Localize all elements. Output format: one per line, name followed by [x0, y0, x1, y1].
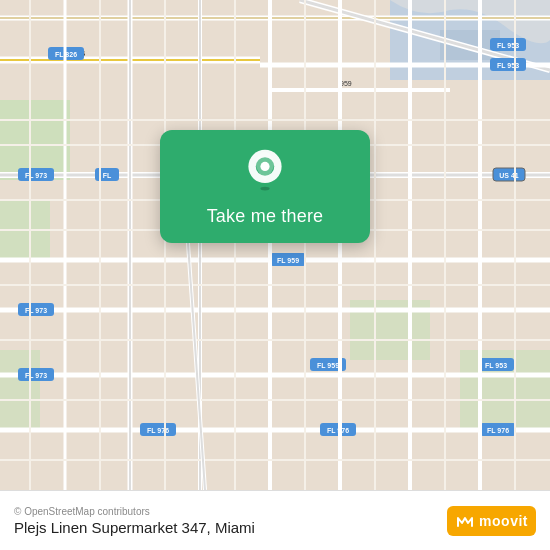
bottom-bar: © OpenStreetMap contributors Plejs Linen…	[0, 490, 550, 550]
map-container: FL 826 FL 826 FL 953 FL 953 959 FL 973 F…	[0, 0, 550, 490]
moovit-icon	[455, 511, 475, 531]
svg-text:FL: FL	[103, 172, 112, 179]
svg-text:FL 953: FL 953	[485, 362, 507, 369]
svg-text:FL 976: FL 976	[487, 427, 509, 434]
map-attribution: © OpenStreetMap contributors	[14, 506, 255, 517]
svg-text:FL 973: FL 973	[25, 307, 47, 314]
take-me-there-button[interactable]: Take me there	[207, 206, 324, 227]
moovit-logo[interactable]: moovit	[447, 506, 536, 536]
moovit-brand-text: moovit	[479, 513, 528, 529]
svg-point-82	[260, 187, 269, 191]
navigation-card[interactable]: Take me there	[160, 130, 370, 243]
map-background: FL 826 FL 826 FL 953 FL 953 959 FL 973 F…	[0, 0, 550, 490]
svg-rect-7	[0, 350, 40, 430]
location-pin-icon	[241, 148, 289, 196]
svg-text:FL 959: FL 959	[317, 362, 339, 369]
location-info: © OpenStreetMap contributors Plejs Linen…	[14, 506, 255, 536]
svg-text:FL 973: FL 973	[25, 172, 47, 179]
svg-text:FL 973: FL 973	[25, 372, 47, 379]
svg-text:FL 959: FL 959	[277, 257, 299, 264]
location-title: Plejs Linen Supermarket 347, Miami	[14, 519, 255, 536]
